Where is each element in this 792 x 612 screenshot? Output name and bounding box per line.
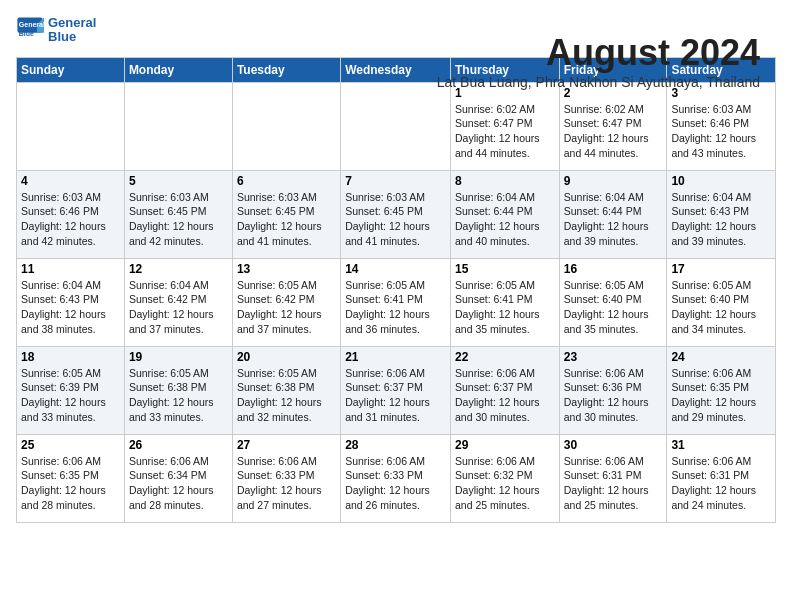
calendar-cell <box>341 82 451 170</box>
calendar-cell: 7Sunrise: 6:03 AM Sunset: 6:45 PM Daylig… <box>341 170 451 258</box>
calendar-cell: 31Sunrise: 6:06 AM Sunset: 6:31 PM Dayli… <box>667 434 776 522</box>
calendar-cell: 1Sunrise: 6:02 AM Sunset: 6:47 PM Daylig… <box>450 82 559 170</box>
weekday-header-sunday: Sunday <box>17 57 125 82</box>
calendar-cell: 8Sunrise: 6:04 AM Sunset: 6:44 PM Daylig… <box>450 170 559 258</box>
calendar-week-row: 1Sunrise: 6:02 AM Sunset: 6:47 PM Daylig… <box>17 82 776 170</box>
calendar-cell: 25Sunrise: 6:06 AM Sunset: 6:35 PM Dayli… <box>17 434 125 522</box>
day-number: 9 <box>564 174 663 188</box>
day-info: Sunrise: 6:06 AM Sunset: 6:36 PM Dayligh… <box>564 366 663 425</box>
calendar-cell: 28Sunrise: 6:06 AM Sunset: 6:33 PM Dayli… <box>341 434 451 522</box>
calendar-cell <box>17 82 125 170</box>
calendar-week-row: 4Sunrise: 6:03 AM Sunset: 6:46 PM Daylig… <box>17 170 776 258</box>
weekday-header-tuesday: Tuesday <box>232 57 340 82</box>
calendar-cell: 20Sunrise: 6:05 AM Sunset: 6:38 PM Dayli… <box>232 346 340 434</box>
day-number: 10 <box>671 174 771 188</box>
calendar-cell: 15Sunrise: 6:05 AM Sunset: 6:41 PM Dayli… <box>450 258 559 346</box>
day-number: 8 <box>455 174 555 188</box>
calendar-cell: 19Sunrise: 6:05 AM Sunset: 6:38 PM Dayli… <box>124 346 232 434</box>
day-info: Sunrise: 6:03 AM Sunset: 6:45 PM Dayligh… <box>237 190 336 249</box>
day-info: Sunrise: 6:06 AM Sunset: 6:32 PM Dayligh… <box>455 454 555 513</box>
day-info: Sunrise: 6:05 AM Sunset: 6:40 PM Dayligh… <box>564 278 663 337</box>
day-number: 6 <box>237 174 336 188</box>
calendar-week-row: 11Sunrise: 6:04 AM Sunset: 6:43 PM Dayli… <box>17 258 776 346</box>
weekday-header-monday: Monday <box>124 57 232 82</box>
day-info: Sunrise: 6:03 AM Sunset: 6:45 PM Dayligh… <box>129 190 228 249</box>
calendar-cell: 18Sunrise: 6:05 AM Sunset: 6:39 PM Dayli… <box>17 346 125 434</box>
calendar-cell: 24Sunrise: 6:06 AM Sunset: 6:35 PM Dayli… <box>667 346 776 434</box>
day-number: 23 <box>564 350 663 364</box>
day-number: 27 <box>237 438 336 452</box>
day-info: Sunrise: 6:04 AM Sunset: 6:44 PM Dayligh… <box>564 190 663 249</box>
day-number: 26 <box>129 438 228 452</box>
svg-text:Blue: Blue <box>19 30 34 37</box>
calendar-cell: 5Sunrise: 6:03 AM Sunset: 6:45 PM Daylig… <box>124 170 232 258</box>
day-number: 5 <box>129 174 228 188</box>
calendar-cell: 2Sunrise: 6:02 AM Sunset: 6:47 PM Daylig… <box>559 82 667 170</box>
page-header: General Blue General Blue August 2024 La… <box>16 16 776 49</box>
calendar-cell: 21Sunrise: 6:06 AM Sunset: 6:37 PM Dayli… <box>341 346 451 434</box>
day-info: Sunrise: 6:06 AM Sunset: 6:37 PM Dayligh… <box>345 366 446 425</box>
calendar-cell: 11Sunrise: 6:04 AM Sunset: 6:43 PM Dayli… <box>17 258 125 346</box>
day-number: 7 <box>345 174 446 188</box>
day-info: Sunrise: 6:06 AM Sunset: 6:34 PM Dayligh… <box>129 454 228 513</box>
day-info: Sunrise: 6:06 AM Sunset: 6:35 PM Dayligh… <box>21 454 120 513</box>
title-section: August 2024 Lat Bua Luang, Phra Nakhon S… <box>437 32 760 90</box>
day-number: 29 <box>455 438 555 452</box>
calendar-table: SundayMondayTuesdayWednesdayThursdayFrid… <box>16 57 776 523</box>
day-info: Sunrise: 6:06 AM Sunset: 6:33 PM Dayligh… <box>345 454 446 513</box>
day-info: Sunrise: 6:02 AM Sunset: 6:47 PM Dayligh… <box>455 102 555 161</box>
day-info: Sunrise: 6:05 AM Sunset: 6:39 PM Dayligh… <box>21 366 120 425</box>
calendar-cell: 17Sunrise: 6:05 AM Sunset: 6:40 PM Dayli… <box>667 258 776 346</box>
calendar-cell: 12Sunrise: 6:04 AM Sunset: 6:42 PM Dayli… <box>124 258 232 346</box>
day-info: Sunrise: 6:06 AM Sunset: 6:37 PM Dayligh… <box>455 366 555 425</box>
day-number: 4 <box>21 174 120 188</box>
calendar-cell: 9Sunrise: 6:04 AM Sunset: 6:44 PM Daylig… <box>559 170 667 258</box>
day-info: Sunrise: 6:05 AM Sunset: 6:38 PM Dayligh… <box>237 366 336 425</box>
day-info: Sunrise: 6:06 AM Sunset: 6:33 PM Dayligh… <box>237 454 336 513</box>
logo: General Blue General Blue <box>16 16 96 45</box>
day-info: Sunrise: 6:02 AM Sunset: 6:47 PM Dayligh… <box>564 102 663 161</box>
month-year-title: August 2024 <box>437 32 760 74</box>
calendar-cell: 30Sunrise: 6:06 AM Sunset: 6:31 PM Dayli… <box>559 434 667 522</box>
calendar-week-row: 25Sunrise: 6:06 AM Sunset: 6:35 PM Dayli… <box>17 434 776 522</box>
logo-text: General Blue <box>48 16 96 45</box>
day-info: Sunrise: 6:06 AM Sunset: 6:31 PM Dayligh… <box>564 454 663 513</box>
calendar-cell: 3Sunrise: 6:03 AM Sunset: 6:46 PM Daylig… <box>667 82 776 170</box>
day-number: 11 <box>21 262 120 276</box>
day-number: 12 <box>129 262 228 276</box>
day-info: Sunrise: 6:04 AM Sunset: 6:44 PM Dayligh… <box>455 190 555 249</box>
day-info: Sunrise: 6:05 AM Sunset: 6:41 PM Dayligh… <box>455 278 555 337</box>
calendar-cell: 22Sunrise: 6:06 AM Sunset: 6:37 PM Dayli… <box>450 346 559 434</box>
calendar-cell: 14Sunrise: 6:05 AM Sunset: 6:41 PM Dayli… <box>341 258 451 346</box>
day-number: 25 <box>21 438 120 452</box>
day-number: 15 <box>455 262 555 276</box>
calendar-week-row: 18Sunrise: 6:05 AM Sunset: 6:39 PM Dayli… <box>17 346 776 434</box>
day-number: 14 <box>345 262 446 276</box>
calendar-cell <box>124 82 232 170</box>
day-info: Sunrise: 6:06 AM Sunset: 6:31 PM Dayligh… <box>671 454 771 513</box>
calendar-cell: 13Sunrise: 6:05 AM Sunset: 6:42 PM Dayli… <box>232 258 340 346</box>
day-info: Sunrise: 6:06 AM Sunset: 6:35 PM Dayligh… <box>671 366 771 425</box>
day-info: Sunrise: 6:05 AM Sunset: 6:38 PM Dayligh… <box>129 366 228 425</box>
day-number: 24 <box>671 350 771 364</box>
calendar-cell: 4Sunrise: 6:03 AM Sunset: 6:46 PM Daylig… <box>17 170 125 258</box>
day-info: Sunrise: 6:04 AM Sunset: 6:43 PM Dayligh… <box>671 190 771 249</box>
calendar-cell: 16Sunrise: 6:05 AM Sunset: 6:40 PM Dayli… <box>559 258 667 346</box>
day-number: 28 <box>345 438 446 452</box>
svg-text:General: General <box>19 21 44 28</box>
calendar-cell: 29Sunrise: 6:06 AM Sunset: 6:32 PM Dayli… <box>450 434 559 522</box>
location-subtitle: Lat Bua Luang, Phra Nakhon Si Ayutthaya,… <box>437 74 760 90</box>
weekday-header-wednesday: Wednesday <box>341 57 451 82</box>
day-number: 18 <box>21 350 120 364</box>
day-info: Sunrise: 6:03 AM Sunset: 6:46 PM Dayligh… <box>671 102 771 161</box>
day-number: 21 <box>345 350 446 364</box>
day-number: 19 <box>129 350 228 364</box>
calendar-cell: 27Sunrise: 6:06 AM Sunset: 6:33 PM Dayli… <box>232 434 340 522</box>
day-number: 20 <box>237 350 336 364</box>
day-info: Sunrise: 6:05 AM Sunset: 6:41 PM Dayligh… <box>345 278 446 337</box>
day-number: 31 <box>671 438 771 452</box>
day-info: Sunrise: 6:03 AM Sunset: 6:45 PM Dayligh… <box>345 190 446 249</box>
day-info: Sunrise: 6:05 AM Sunset: 6:42 PM Dayligh… <box>237 278 336 337</box>
calendar-cell: 23Sunrise: 6:06 AM Sunset: 6:36 PM Dayli… <box>559 346 667 434</box>
day-number: 13 <box>237 262 336 276</box>
